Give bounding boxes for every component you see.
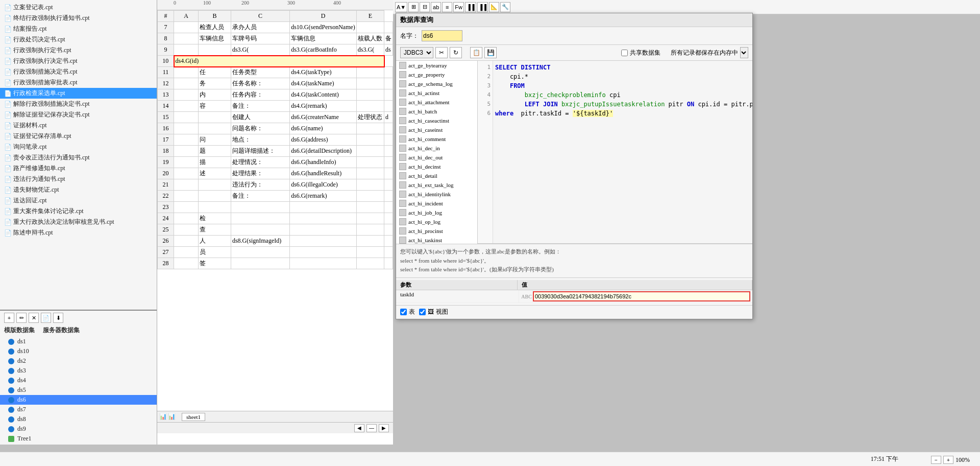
file-item[interactable]: 📄行政强制措施决定书.cpt: [0, 66, 157, 77]
grid-cell[interactable]: [199, 179, 231, 191]
grid-cell[interactable]: [174, 202, 199, 213]
rt-btn-3[interactable]: ⊟: [420, 2, 430, 12]
rt-btn-5[interactable]: ≡: [442, 2, 452, 12]
grid-cell[interactable]: [290, 213, 357, 224]
col-header-d[interactable]: D: [290, 11, 357, 22]
grid-cell[interactable]: 车牌号码: [231, 33, 289, 44]
add-dataset-btn[interactable]: +: [4, 313, 14, 323]
grid-cell[interactable]: [356, 78, 384, 89]
grid-cell[interactable]: [199, 191, 231, 202]
grid-cell[interactable]: [174, 67, 199, 78]
grid-cell[interactable]: 内: [199, 89, 231, 101]
file-item[interactable]: 📄终结行政强制执行通知书.cpt: [0, 13, 157, 24]
grid-cell[interactable]: 检: [199, 213, 231, 224]
db-copy-btn[interactable]: 📋: [470, 47, 482, 58]
grid-cell[interactable]: [174, 123, 199, 134]
edit-dataset-btn[interactable]: ✏: [16, 313, 27, 323]
grid-cell[interactable]: [174, 33, 199, 44]
grid-cell[interactable]: 员: [199, 247, 231, 258]
file-item[interactable]: 📄行政处罚决定书.cpt: [0, 34, 157, 45]
dataset-item[interactable]: ds5: [0, 385, 157, 395]
grid-cell[interactable]: 处理状态: [356, 112, 384, 123]
grid-cell[interactable]: 务: [199, 78, 231, 89]
grid-cell[interactable]: [384, 67, 393, 78]
grid-cell[interactable]: [384, 22, 393, 33]
grid-cell[interactable]: [231, 213, 289, 224]
grid-cell[interactable]: [356, 123, 384, 134]
grid-cell[interactable]: [174, 89, 199, 101]
db-table-item[interactable]: act_hi_detail: [396, 171, 477, 180]
rt-btn-2[interactable]: ⊞: [408, 2, 419, 12]
file-item[interactable]: 📄解除证据登记保存决定书.cpt: [0, 109, 157, 120]
grid-cell[interactable]: [356, 224, 384, 236]
grid-cell[interactable]: 人: [199, 236, 231, 247]
col-header-b[interactable]: B: [199, 11, 231, 22]
paste-dataset-btn[interactable]: ⬇: [53, 313, 63, 323]
grid-cell[interactable]: [384, 213, 393, 224]
db-cut-btn[interactable]: ✂: [435, 47, 448, 58]
col-header-a[interactable]: A: [174, 11, 199, 22]
grid-cell[interactable]: 签: [199, 258, 231, 269]
grid-cell[interactable]: [356, 146, 384, 157]
dataset-item[interactable]: ds7: [0, 405, 157, 414]
db-table-item[interactable]: act_ge_property: [396, 70, 477, 79]
grid-cell[interactable]: 车辆信息: [199, 33, 231, 44]
grid-cell[interactable]: [384, 101, 393, 112]
grid-cell[interactable]: ds: [384, 44, 393, 56]
grid-cell[interactable]: ds4.G(taskContent): [290, 89, 357, 101]
grid-cell[interactable]: ds6.G(address): [290, 134, 357, 146]
grid-cell[interactable]: ds6.G(remark): [290, 191, 357, 202]
dataset-item[interactable]: ds10: [0, 346, 157, 356]
copy-dataset-btn[interactable]: 📄: [41, 313, 51, 323]
grid-cell[interactable]: [384, 168, 393, 179]
rt-btn-10[interactable]: 🔧: [500, 2, 510, 12]
db-name-input[interactable]: [422, 30, 462, 41]
grid-cell[interactable]: [199, 202, 231, 213]
file-item[interactable]: 📄解除行政强制措施决定书.cpt: [0, 99, 157, 109]
grid-cell[interactable]: [174, 168, 199, 179]
sheet-tab-sheet1[interactable]: sheet1: [182, 413, 205, 421]
db-table-item[interactable]: act_hi_dec_out: [396, 153, 477, 162]
grid-cell[interactable]: [384, 224, 393, 236]
grid-cell[interactable]: [174, 179, 199, 191]
grid-cell[interactable]: [290, 224, 357, 236]
grid-cell[interactable]: [290, 247, 357, 258]
table-checkbox[interactable]: [400, 309, 407, 315]
grid-cell[interactable]: 备注：: [231, 191, 289, 202]
zoom-out-btn[interactable]: −: [931, 456, 941, 464]
grid-cell[interactable]: 任务名称：: [231, 78, 289, 89]
grid-cell[interactable]: [384, 179, 393, 191]
rt-btn-7[interactable]: ▐▐: [465, 2, 476, 12]
rt-btn-8[interactable]: ▐▐: [477, 2, 488, 12]
grid-cell[interactable]: [356, 101, 384, 112]
grid-cell[interactable]: ds4.G(taskName): [290, 78, 357, 89]
db-memory-select[interactable]: ▼: [740, 47, 748, 58]
grid-cell[interactable]: [384, 134, 393, 146]
grid-cell[interactable]: [384, 146, 393, 157]
grid-cell[interactable]: [384, 258, 393, 269]
grid-cell[interactable]: [290, 202, 357, 213]
grid-cell[interactable]: [384, 78, 393, 89]
grid-cell[interactable]: [384, 191, 393, 202]
grid-cell[interactable]: 车辆信息: [290, 33, 357, 44]
rt-btn-4[interactable]: ab: [431, 2, 441, 12]
param-value-input[interactable]: [533, 291, 750, 301]
file-item[interactable]: 📄询问笔录.cpt: [0, 142, 157, 152]
db-table-item[interactable]: act_hi_incident: [396, 199, 477, 208]
grid-cell[interactable]: [384, 202, 393, 213]
grid-cell[interactable]: [384, 123, 393, 134]
rt-btn-9[interactable]: 📐: [489, 2, 499, 12]
grid-cell[interactable]: [356, 247, 384, 258]
grid-cell[interactable]: [384, 247, 393, 258]
grid-cell[interactable]: [174, 101, 199, 112]
file-item[interactable]: 📄结案报告.cpt: [0, 24, 157, 34]
tab-server-dataset[interactable]: 服务器数据集: [43, 326, 80, 335]
grid-cell[interactable]: ds6.G(handleInfo): [290, 157, 357, 168]
grid-cell[interactable]: [199, 123, 231, 134]
dataset-item[interactable]: ds3: [0, 366, 157, 376]
grid-cell[interactable]: [290, 236, 357, 247]
grid-cell[interactable]: 承办人员: [231, 22, 289, 33]
db-table-item[interactable]: act_hi_batch: [396, 107, 477, 116]
dataset-item[interactable]: Tree1: [0, 434, 157, 444]
grid-cell[interactable]: [290, 258, 357, 269]
